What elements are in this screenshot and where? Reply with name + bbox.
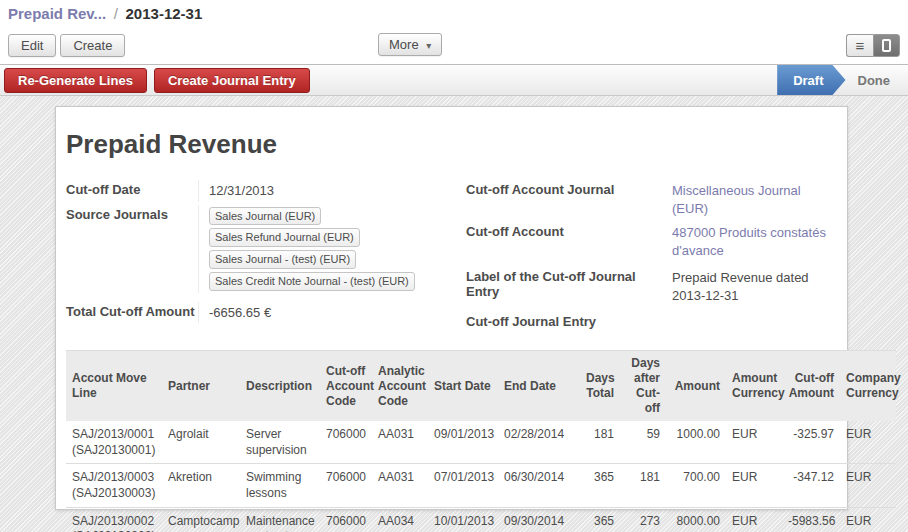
status-bar: Draft Done [777, 65, 908, 95]
cell-end-date: 02/28/2014 [498, 421, 580, 464]
cell-analytic-code: AA031 [372, 421, 428, 464]
form-sheet: Prepaid Revenue Cut-off Date 12/31/2013 … [55, 106, 848, 510]
column-header: Analytic Account Code [372, 351, 428, 422]
more-button-label: More [389, 37, 419, 52]
cell-description: Swimming lessons [240, 464, 320, 507]
column-header: Days Total [580, 351, 620, 422]
cell-amount: 1000.00 [666, 421, 726, 464]
column-header: Cut-off Account Code [320, 351, 372, 422]
cell-days-total: 365 [580, 464, 620, 507]
total-cutoff-amount-value: -6656.65 € [198, 302, 450, 324]
column-header: Description [240, 351, 320, 422]
fields-left-column: Cut-off Date 12/31/2013 Source Journals … [66, 180, 466, 334]
cell-partner: Agrolait [162, 421, 240, 464]
cell-partner: Camptocamp [162, 507, 240, 532]
action-bar: Re-Generate Lines Create Journal Entry D… [0, 64, 908, 96]
column-header: Start Date [428, 351, 498, 422]
cell-days-after: 273 [620, 507, 666, 532]
table-row[interactable]: SAJ/2013/0002 (SAJ20130002) Camptocamp M… [66, 507, 896, 532]
source-journals-value: Sales Journal (EUR) Sales Refund Journal… [198, 205, 450, 293]
cutoff-date-value: 12/31/2013 [198, 180, 450, 202]
list-view-button[interactable]: ≡ [846, 34, 873, 57]
journal-tag: Sales Journal - (test) (EUR) [209, 250, 356, 269]
field-label: Cut-off Date [66, 180, 198, 202]
view-switcher: ≡ [846, 34, 900, 57]
create-button[interactable]: Create [60, 34, 125, 57]
journal-tag: Sales Journal (EUR) [209, 207, 321, 226]
more-button[interactable]: More ▾ [378, 33, 442, 56]
table-row[interactable]: SAJ/2013/0003 (SAJ20130003) Akretion Swi… [66, 464, 896, 507]
field-group: Cut-off Date 12/31/2013 Source Journals … [66, 180, 837, 334]
caret-down-icon: ▾ [426, 40, 431, 51]
breadcrumb: Prepaid Rev... / 2013-12-31 [8, 5, 900, 22]
field-label: Source Journals [66, 205, 198, 293]
cell-description: Server supervision [240, 421, 320, 464]
cell-cutoff-amount: -325.97 [782, 421, 840, 464]
cell-end-date: 06/30/2014 [498, 464, 580, 507]
cell-move-line: SAJ/2013/0002 (SAJ20130002) [66, 507, 162, 532]
cell-move-line: SAJ/2013/0001 (SAJ20130001) [66, 421, 162, 464]
cell-amount-currency: EUR [726, 507, 782, 532]
table-row[interactable]: SAJ/2013/0001 (SAJ20130001) Agrolait Ser… [66, 421, 896, 464]
field-label: Cut-off Account [466, 222, 672, 261]
field-label: Label of the Cut-off Journal Entry [466, 267, 672, 306]
regenerate-lines-button[interactable]: Re-Generate Lines [4, 68, 147, 93]
column-header: Amount [666, 351, 726, 422]
column-header: Company Currency [840, 351, 896, 422]
field-entry-label: Label of the Cut-off Journal Entry Prepa… [466, 267, 837, 306]
cell-company-currency: EUR [840, 464, 896, 507]
cell-amount-currency: EUR [726, 421, 782, 464]
cell-account-code: 706000 [320, 464, 372, 507]
status-draft: Draft [777, 65, 845, 95]
list-view-icon: ≡ [856, 38, 865, 53]
cell-days-after: 59 [620, 421, 666, 464]
field-cutoff-date: Cut-off Date 12/31/2013 [66, 180, 466, 202]
edit-button[interactable]: Edit [8, 34, 56, 57]
cutoff-journal-entry-value [672, 312, 837, 331]
create-journal-entry-button[interactable]: Create Journal Entry [154, 68, 310, 93]
cell-start-date: 10/01/2013 [428, 507, 498, 532]
column-header: Days after Cut-off [620, 351, 666, 422]
breadcrumb-parent-link[interactable]: Prepaid Rev... [8, 5, 106, 22]
cell-description: Maintenance contract [240, 507, 320, 532]
cell-cutoff-amount: -5983.56 [782, 507, 840, 532]
field-cutoff-account-journal: Cut-off Account Journal Miscellaneous Jo… [466, 180, 837, 219]
cell-start-date: 09/01/2013 [428, 421, 498, 464]
cell-move-line: SAJ/2013/0003 (SAJ20130003) [66, 464, 162, 507]
journal-tag: Sales Refund Journal (EUR) [209, 228, 360, 247]
field-label: Cut-off Account Journal [466, 180, 672, 219]
form-view-icon [882, 39, 891, 52]
cell-amount-currency: EUR [726, 464, 782, 507]
fields-right-column: Cut-off Account Journal Miscellaneous Jo… [466, 180, 837, 334]
column-header: Amount Currency [726, 351, 782, 422]
main-content: Prepaid Revenue Cut-off Date 12/31/2013 … [0, 96, 908, 532]
cell-company-currency: EUR [840, 507, 896, 532]
breadcrumb-current: 2013-12-31 [126, 5, 203, 22]
field-label: Total Cut-off Amount [66, 302, 198, 324]
journal-tags: Sales Journal (EUR) Sales Refund Journal… [209, 207, 450, 291]
form-view-button[interactable] [873, 34, 900, 57]
status-done: Done [846, 65, 908, 95]
cell-days-after: 181 [620, 464, 666, 507]
cell-end-date: 09/30/2014 [498, 507, 580, 532]
field-cutoff-journal-entry: Cut-off Journal Entry [466, 312, 837, 331]
column-header: Partner [162, 351, 240, 422]
field-cutoff-account: Cut-off Account 487000 Produits constaté… [466, 222, 837, 261]
cell-partner: Akretion [162, 464, 240, 507]
cutoff-account-journal-link[interactable]: Miscellaneous Journal (EUR) [672, 183, 801, 216]
cell-analytic-code: AA031 [372, 464, 428, 507]
field-total-cutoff-amount: Total Cut-off Amount -6656.65 € [66, 302, 466, 324]
cutoff-lines-table-zone: Accout Move Line Partner Description Cut… [66, 350, 896, 532]
breadcrumb-bar: Prepaid Rev... / 2013-12-31 [0, 0, 908, 26]
journal-tag: Sales Credit Note Journal - (test) (EUR) [209, 272, 415, 291]
table-header-row: Accout Move Line Partner Description Cut… [66, 351, 896, 422]
cutoff-account-link[interactable]: 487000 Produits constatés d'avance [672, 225, 826, 258]
cell-start-date: 07/01/2013 [428, 464, 498, 507]
cell-cutoff-amount: -347.12 [782, 464, 840, 507]
column-header: Accout Move Line [66, 351, 162, 422]
column-header: Cut-off Amount [782, 351, 840, 422]
breadcrumb-separator: / [114, 5, 118, 22]
cell-company-currency: EUR [840, 421, 896, 464]
cell-days-total: 365 [580, 507, 620, 532]
cell-amount: 8000.00 [666, 507, 726, 532]
